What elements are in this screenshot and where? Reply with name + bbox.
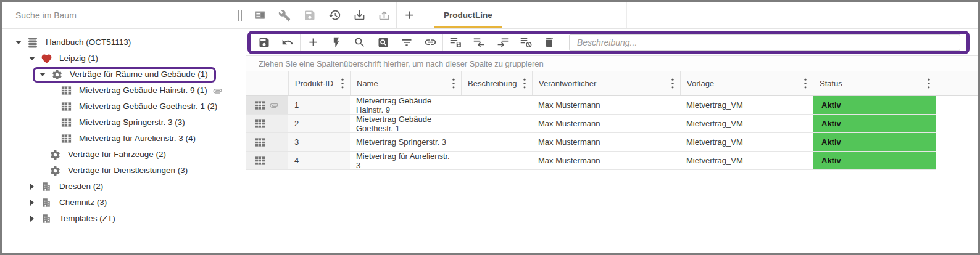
delete-icon[interactable] (538, 34, 561, 51)
wrench-icon[interactable] (272, 2, 297, 29)
column-menu-icon[interactable] (668, 78, 674, 89)
sidebar-item-handbuch[interactable]: Handbuch (OCT51113) (2, 34, 246, 51)
tree-item-label: Handbuch (OCT51113) (46, 34, 131, 51)
toolbar-divider (442, 34, 443, 51)
filter-icon[interactable] (395, 34, 418, 51)
tree-search-input[interactable] (2, 2, 246, 28)
save-icon[interactable] (252, 34, 276, 51)
save-icon[interactable] (297, 2, 322, 29)
tree-sidebar: Handbuch (OCT51113) Leipzig (1) Verträge… (2, 2, 246, 253)
sidebar-item-dresden[interactable]: Dresden (2) (2, 179, 246, 195)
heart-icon (39, 53, 54, 65)
table-row[interactable]: 3 Mietvertrag Springerstr. 3 Max Musterm… (246, 133, 936, 152)
tree-item-label: Templates (ZT) (59, 211, 115, 227)
row-icon-cell[interactable] (246, 152, 288, 169)
tree-item-label: Mietvertrag Gebäude Hainstr. 9 (1) (79, 83, 207, 99)
chevron-right-icon[interactable] (25, 216, 39, 222)
chevron-down-icon[interactable] (25, 57, 39, 60)
tree-item-label: Mietvertrag Springerstr. 3 (3) (79, 115, 185, 131)
header-filler (936, 71, 978, 95)
column-header-vorlage[interactable]: Vorlage (680, 71, 813, 95)
grid-table-icon (59, 101, 73, 112)
chevron-right-icon[interactable] (25, 200, 39, 206)
cell-vorlage: Mietvertrag_VM (680, 96, 813, 114)
sidebar-item-mietvertrag-hainstr[interactable]: Mietvertrag Gebäude Hainstr. 9 (1) (2, 83, 246, 99)
tabstrip-divider (626, 2, 627, 28)
cell-verantwortlicher: Max Mustermann (532, 133, 680, 151)
tree-item-label: Mietvertrag Gebäude Goethestr. 1 (2) (79, 99, 217, 115)
link-icon[interactable] (418, 34, 442, 51)
toolbar-divider (562, 34, 562, 51)
upload-icon[interactable] (372, 2, 396, 29)
grid-table-icon (59, 133, 73, 144)
cell-beschreibung (461, 96, 532, 114)
table-body: 1 Mietvertrag Gebäude Hainstr. 9 Max Mus… (246, 96, 978, 170)
column-menu-icon[interactable] (924, 78, 930, 89)
row-icon-cell[interactable] (246, 96, 288, 114)
sidebar-item-vertraege-raeume-gebaeude[interactable]: Verträge für Räume und Gebäude (1) (2, 67, 246, 83)
chevron-down-icon[interactable] (12, 41, 25, 44)
description-search-input[interactable] (569, 34, 960, 51)
table-row[interactable]: 1 Mietvertrag Gebäude Hainstr. 9 Max Mus… (246, 96, 936, 115)
row-icon-cell[interactable] (246, 133, 288, 151)
row-history-icon[interactable] (514, 34, 538, 51)
cell-name: Mietvertrag Springerstr. 3 (350, 133, 461, 151)
flash-icon[interactable] (325, 34, 348, 51)
column-menu-icon[interactable] (449, 78, 455, 89)
search-in-document-icon[interactable] (372, 34, 395, 51)
history-icon[interactable] (322, 2, 347, 29)
cell-vorlage: Mietvertrag_VM (680, 152, 813, 169)
column-menu-icon[interactable] (520, 78, 526, 89)
chevron-down-icon[interactable] (36, 73, 49, 76)
paperclip-icon (212, 86, 223, 96)
search-icon[interactable] (348, 34, 372, 51)
add-tab-icon[interactable] (397, 2, 421, 29)
cell-verantwortlicher: Max Mustermann (532, 152, 680, 169)
cell-produkt-id: 4 (288, 152, 350, 169)
undo-icon[interactable] (276, 34, 299, 51)
grid-table-icon (254, 137, 266, 148)
gear-icon (48, 149, 62, 161)
row-icon-column-header (246, 71, 288, 95)
column-header-status[interactable]: Status (813, 71, 936, 95)
grid-table-icon (59, 117, 73, 128)
building-icon (39, 197, 54, 208)
unindent-icon[interactable] (467, 34, 491, 51)
table-row[interactable]: 2 Mietvertrag Gebäude Goethestr. 1 Max M… (246, 115, 936, 133)
sidebar-item-mietvertrag-aurelienstr[interactable]: Mietvertrag für Aurelienstr. 3 (4) (2, 131, 246, 147)
gear-icon (48, 165, 62, 177)
tab-productline[interactable]: ProductLine (428, 2, 509, 29)
sidebar-item-mietvertrag-goethestr[interactable]: Mietvertrag Gebäude Goethestr. 1 (2) (2, 99, 246, 115)
sidebar-item-chemnitz[interactable]: Chemnitz (3) (2, 195, 246, 211)
download-icon[interactable] (347, 2, 372, 29)
tree-item-label: Leipzig (1) (59, 51, 98, 67)
row-icon-cell[interactable] (246, 115, 288, 132)
column-menu-icon[interactable] (800, 78, 807, 89)
indent-icon[interactable] (491, 34, 514, 51)
group-by-drop-zone[interactable]: Ziehen Sie eine Spaltenüberschrift hierh… (246, 56, 978, 71)
column-header-beschreibung[interactable]: Beschreibung (461, 71, 532, 95)
layout-panel-icon[interactable] (247, 2, 272, 29)
cell-verantwortlicher: Max Mustermann (532, 96, 680, 114)
add-row-icon[interactable] (301, 34, 325, 51)
column-header-produkt-id[interactable]: Produkt-ID (288, 71, 350, 95)
sidebar-item-templates[interactable]: Templates (ZT) (2, 211, 246, 227)
column-menu-icon[interactable] (338, 78, 344, 89)
grid-table-icon (254, 100, 266, 111)
tree-item-label: Dresden (2) (59, 179, 103, 195)
sidebar-item-vertraege-dienstleistungen[interactable]: Verträge für Dienstleistungen (3) (2, 163, 246, 179)
sidebar-item-leipzig[interactable]: Leipzig (1) (2, 51, 246, 67)
gear-icon (49, 69, 64, 81)
chevron-right-icon[interactable] (25, 184, 39, 190)
column-header-name[interactable]: Name (350, 71, 461, 95)
grid-toolbar-highlight-box (247, 31, 970, 54)
sidebar-item-mietvertrag-springerstr[interactable]: Mietvertrag Springerstr. 3 (3) (2, 115, 246, 131)
status-badge: Aktiv (813, 115, 936, 132)
panel-resize-handle[interactable] (238, 10, 242, 21)
sidebar-item-vertraege-fahrzeuge[interactable]: Verträge für Fahrzeuge (2) (2, 147, 246, 163)
cell-produkt-id: 2 (288, 115, 350, 132)
column-header-verantwortlicher[interactable]: Verantwortlicher (532, 71, 680, 95)
grid-table-icon (59, 85, 73, 96)
table-row[interactable]: 4 Mietvertrag für Aurelienstr. 3 Max Mus… (246, 152, 936, 170)
save-view-icon[interactable] (444, 34, 467, 51)
